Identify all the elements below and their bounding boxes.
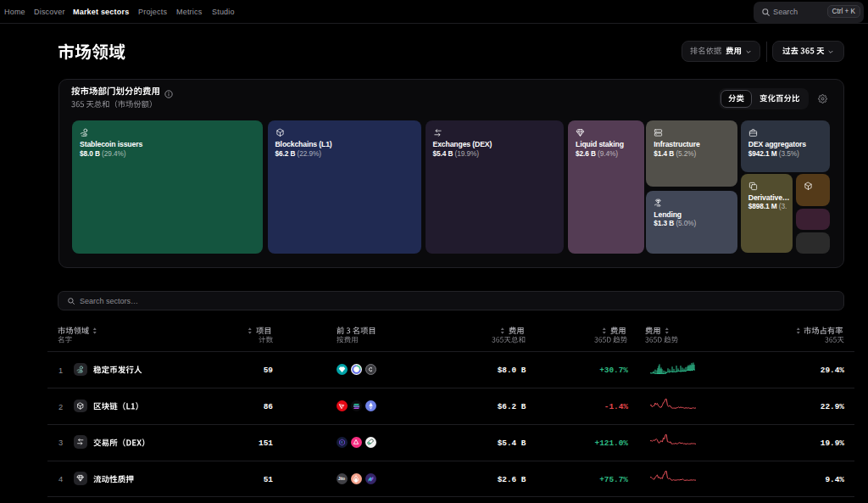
svg-text:R: R — [340, 440, 342, 444]
